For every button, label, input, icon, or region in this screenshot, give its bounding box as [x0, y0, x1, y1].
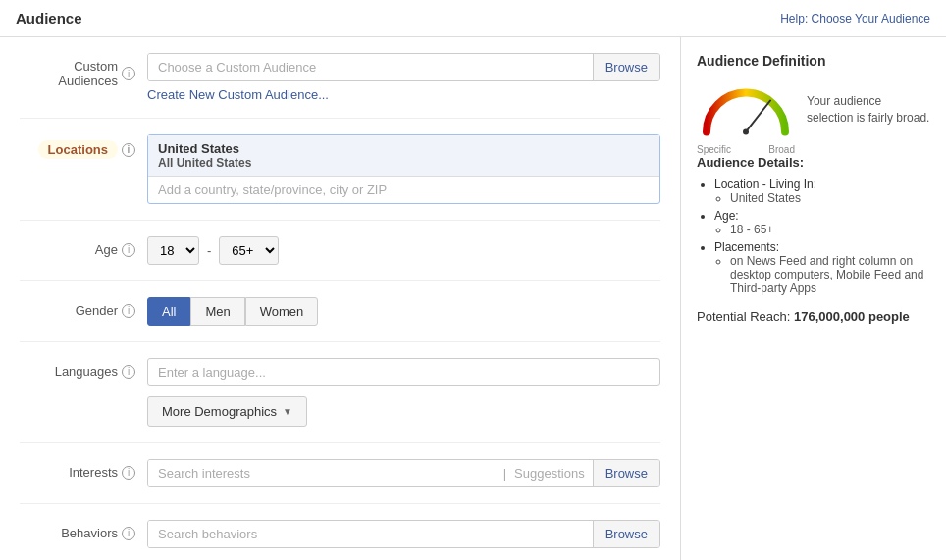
location-tag-name: United States: [158, 141, 650, 156]
languages-input[interactable]: [147, 358, 660, 386]
behaviors-control: Browse: [147, 520, 660, 548]
list-item: 18 - 65+: [730, 223, 930, 236]
detail-placements-label: Placements:: [714, 240, 779, 254]
languages-label: Languages i: [20, 358, 147, 379]
help-link[interactable]: Help: Choose Your Audience: [780, 12, 930, 25]
gender-all-button[interactable]: All: [147, 297, 190, 326]
potential-reach-value: 176,000,000 people: [794, 309, 910, 324]
interests-control: | Suggestions Browse: [147, 459, 660, 487]
audience-details: Audience Details: Location - Living In: …: [697, 155, 930, 295]
gauge-container: Specific Broad Your audience selection i…: [697, 80, 930, 139]
location-input[interactable]: [158, 182, 650, 197]
age-info-icon[interactable]: i: [122, 243, 135, 257]
svg-point-1: [743, 129, 749, 135]
create-custom-audience-link[interactable]: Create New Custom Audience...: [147, 87, 660, 102]
behaviors-label: Behaviors i: [20, 520, 147, 540]
interests-suggestions-link[interactable]: Suggestions: [514, 460, 585, 486]
custom-audiences-info-icon[interactable]: i: [122, 67, 135, 80]
gender-control: All Men Women: [147, 297, 660, 326]
audience-caption: Your audience selection is fairly broad.: [807, 93, 930, 127]
list-item: Placements: on News Feed and right colum…: [714, 240, 930, 295]
gauge-label-specific: Specific: [697, 144, 731, 155]
location-box: United States All United States: [147, 134, 660, 204]
custom-audiences-input[interactable]: [148, 54, 593, 80]
interests-info-icon[interactable]: i: [122, 466, 135, 480]
gender-label: Gender i: [20, 297, 147, 318]
interests-label: Interests i: [20, 459, 147, 480]
detail-age-sub: 18 - 65+: [714, 223, 930, 236]
detail-location-label: Location - Living In:: [714, 178, 816, 191]
interests-input[interactable]: [148, 460, 496, 486]
behaviors-input[interactable]: [148, 521, 593, 547]
detail-placements-sub: on News Feed and right column on desktop…: [714, 254, 930, 295]
languages-control: More Demographics ▼: [147, 358, 660, 427]
list-item: on News Feed and right column on desktop…: [730, 254, 930, 295]
custom-audiences-label: Custom Audiences i: [20, 53, 147, 88]
gauge-wrapper: Specific Broad: [697, 80, 795, 139]
suggestions-divider: |: [496, 460, 514, 486]
list-item: United States: [730, 191, 930, 205]
svg-line-0: [746, 101, 770, 132]
gender-group: All Men Women: [147, 297, 660, 326]
locations-info-icon[interactable]: i: [122, 143, 135, 157]
custom-audiences-browse-button[interactable]: Browse: [594, 54, 659, 80]
gender-info-icon[interactable]: i: [122, 304, 135, 318]
more-demographics-button[interactable]: More Demographics ▼: [147, 396, 307, 427]
age-dash: -: [207, 243, 211, 258]
audience-details-title: Audience Details:: [697, 155, 930, 170]
age-row: 18 1314151617 192021253035404550556065 -…: [147, 236, 660, 265]
age-label: Age i: [20, 236, 147, 257]
audience-details-list: Location - Living In: United States Age:…: [697, 178, 930, 295]
age-min-select[interactable]: 18 1314151617 192021253035404550556065: [147, 236, 199, 265]
chevron-down-icon: ▼: [283, 406, 292, 417]
potential-reach: Potential Reach: 176,000,000 people: [697, 309, 930, 324]
interests-input-group: | Suggestions Browse: [147, 459, 660, 487]
age-max-select[interactable]: 65+ 18192021253035404550556065: [219, 236, 279, 265]
age-control: 18 1314151617 192021253035404550556065 -…: [147, 236, 660, 265]
interests-browse-button[interactable]: Browse: [594, 460, 659, 486]
behaviors-input-group: Browse: [147, 520, 660, 548]
location-subtext: All United States: [158, 156, 650, 170]
detail-location-sub: United States: [714, 191, 930, 205]
locations-label: Locations i: [20, 134, 147, 159]
list-item: Location - Living In: United States: [714, 178, 930, 205]
potential-reach-label: Potential Reach:: [697, 309, 790, 324]
detail-age-label: Age:: [714, 209, 739, 223]
custom-audiences-input-group: Browse: [147, 53, 660, 81]
gauge-label-broad: Broad: [768, 144, 795, 155]
custom-audiences-control: Browse Create New Custom Audience...: [147, 53, 660, 102]
locations-control: United States All United States: [147, 134, 660, 204]
behaviors-browse-button[interactable]: Browse: [594, 521, 659, 547]
gender-men-button[interactable]: Men: [190, 297, 244, 326]
behaviors-info-icon[interactable]: i: [122, 527, 135, 540]
location-tag: United States All United States: [148, 135, 659, 177]
gender-women-button[interactable]: Women: [245, 297, 319, 326]
page-title: Audience: [16, 10, 82, 26]
gauge-labels: Specific Broad: [697, 144, 795, 155]
list-item: Age: 18 - 65+: [714, 209, 930, 236]
languages-info-icon[interactable]: i: [122, 365, 135, 379]
more-demographics-label: More Demographics: [162, 404, 277, 419]
gauge-svg: [697, 80, 795, 139]
location-input-wrapper: [148, 177, 659, 203]
audience-definition-title: Audience Definition: [697, 53, 930, 69]
